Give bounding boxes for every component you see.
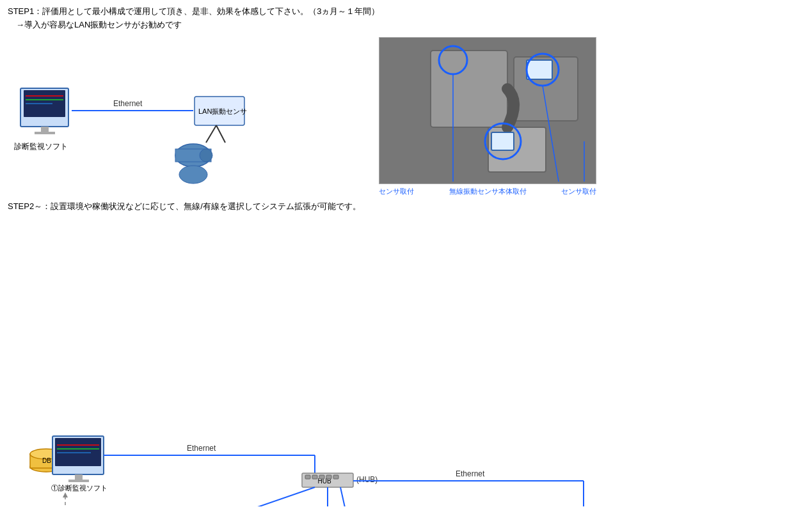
photo-labels: センサ取付 無線振動センサ本体取付 センサ取付	[379, 187, 596, 196]
svg-point-17	[179, 166, 207, 184]
step1-line2: →導入が容易なLAN振動センサがお勧めです	[8, 19, 804, 32]
svg-text:①診断監視ソフト: ①診断監視ソフト	[51, 484, 107, 492]
svg-rect-23	[491, 132, 514, 150]
svg-point-16	[200, 149, 212, 162]
step2-header-text: STEP2～：設置環境や稼働状況などに応じて、無線/有線を選択してシステム拡張が…	[8, 201, 361, 211]
svg-text:LAN振動センサ: LAN振動センサ	[198, 107, 247, 115]
svg-text:(HUB): (HUB)	[356, 475, 378, 484]
svg-text:Ethernet: Ethernet	[187, 444, 216, 453]
step1-header: STEP1：評価用として最小構成で運用して頂き、是非、効果を体感して下さい。（3…	[8, 5, 804, 32]
svg-line-13	[216, 125, 225, 143]
svg-rect-7	[41, 127, 49, 132]
photo-area: センサ取付 無線振動センサ本体取付 センサ取付	[379, 37, 596, 191]
svg-rect-47	[305, 475, 310, 479]
svg-line-55	[340, 487, 347, 506]
svg-rect-35	[55, 438, 101, 466]
step1-diagram: Ethernet 診断監視ソフト LAN振動センサ	[8, 37, 366, 191]
svg-text:Ethernet: Ethernet	[456, 469, 485, 478]
step2-diagram: DB ①診断監視ソフト Ethernet HUB (HU	[8, 219, 801, 506]
svg-text:Ethernet: Ethernet	[113, 99, 143, 108]
photo-label-right: センサ取付	[561, 187, 596, 196]
photo-mockup	[379, 37, 596, 184]
svg-rect-48	[312, 475, 317, 479]
svg-line-12	[206, 125, 216, 143]
svg-rect-39	[75, 474, 83, 480]
svg-text:診断監視ソフト: 診断監視ソフト	[14, 142, 68, 151]
svg-line-53	[232, 487, 315, 506]
page-container: STEP1：評価用として最小構成で運用して頂き、是非、効果を体感して下さい。（3…	[0, 0, 812, 532]
svg-rect-51	[333, 475, 338, 479]
svg-rect-50	[326, 475, 331, 479]
photo-label-center: 無線振動センサ本体取付	[449, 187, 527, 196]
photo-label-left: センサ取付	[379, 187, 414, 196]
step2-header: STEP2～：設置環境や稼働状況などに応じて、無線/有線を選択してシステム拡張が…	[8, 201, 804, 212]
svg-rect-19	[431, 51, 507, 127]
svg-rect-40	[68, 480, 89, 482]
step1-line1: STEP1：評価用として最小構成で運用して頂き、是非、効果を体感して下さい。（3…	[8, 5, 804, 19]
svg-rect-49	[319, 475, 324, 479]
svg-rect-8	[35, 132, 55, 134]
top-section: Ethernet 診断監視ソフト LAN振動センサ	[8, 37, 804, 191]
svg-marker-119	[63, 492, 68, 497]
svg-rect-22	[527, 60, 552, 79]
svg-text:DB: DB	[42, 457, 51, 464]
